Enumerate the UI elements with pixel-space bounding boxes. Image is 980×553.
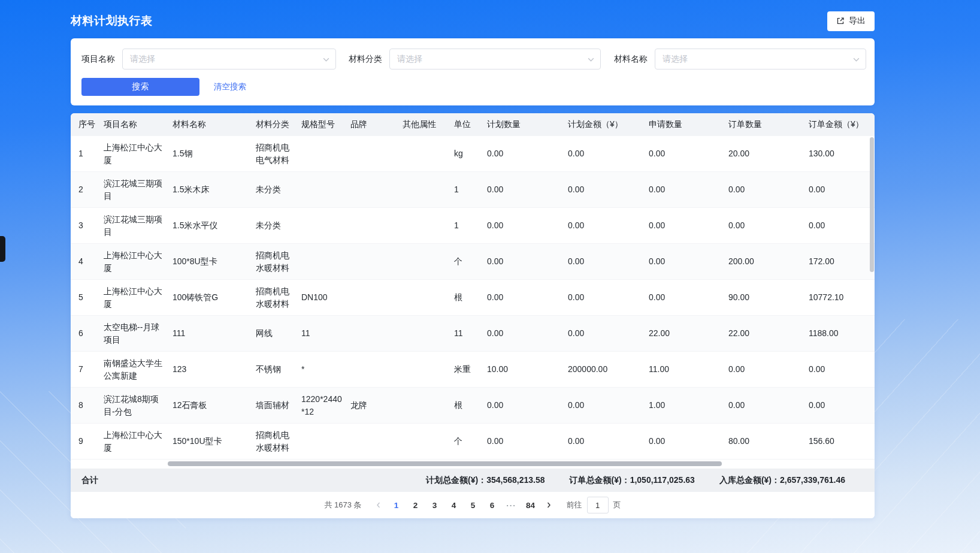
table-cell: 0.00 <box>568 435 649 448</box>
filter-card: 项目名称 请选择 材料分类 请选择 材料名称 <box>71 38 875 105</box>
table-cell: * <box>301 363 350 376</box>
search-button[interactable]: 搜索 <box>81 78 199 96</box>
table-cell: 上海松江中心大厦 <box>104 429 173 454</box>
table-row[interactable]: 9上海松江中心大厦150*10U型卡招商机电水暖材料个0.000.000.008… <box>71 424 875 460</box>
table-cell: 2 <box>78 183 104 196</box>
table-cell: 9 <box>78 435 104 448</box>
clear-search-link[interactable]: 清空搜索 <box>214 81 246 92</box>
table-cell: 11 <box>301 327 350 340</box>
material-category-select[interactable]: 请选择 <box>389 49 601 69</box>
table-cell: 156.60 <box>809 435 875 448</box>
table-cell: 招商机电水暖材料 <box>256 249 301 274</box>
table-cell: 根 <box>454 399 487 412</box>
page-button-3[interactable]: 3 <box>425 497 444 513</box>
page-button-1[interactable]: 1 <box>387 497 406 513</box>
table-cell: 0.00 <box>649 183 728 196</box>
pagination-pages: 123456···84 <box>387 497 540 513</box>
order-total-amount: 订单总金额(¥)：1,050,117,025.63 <box>570 475 695 486</box>
drawer-toggle[interactable] <box>0 236 5 262</box>
table-cell: 0.00 <box>728 363 809 376</box>
next-page-button[interactable] <box>540 497 557 513</box>
table-cell: 个 <box>454 255 487 268</box>
table-header-row: 序号项目名称材料名称材料分类规格型号品牌其他属性单位计划数量计划金额（¥）申请数… <box>71 113 875 136</box>
table-row[interactable]: 3滨江花城三期项目1.5米水平仪未分类10.000.000.000.000.00 <box>71 208 875 244</box>
table-row[interactable]: 4上海松江中心大厦100*8U型卡招商机电水暖材料个0.000.000.0020… <box>71 244 875 280</box>
inbound-total-amount: 入库总金额(¥)：2,657,339,761.46 <box>719 475 845 486</box>
page-button-6[interactable]: 6 <box>483 497 502 513</box>
table-cell: 20.00 <box>728 147 809 160</box>
horizontal-scrollbar-track <box>71 460 875 469</box>
table-card: 序号项目名称材料名称材料分类规格型号品牌其他属性单位计划数量计划金额（¥）申请数… <box>71 113 875 518</box>
column-header: 材料分类 <box>256 119 301 130</box>
prev-page-button[interactable] <box>370 497 387 513</box>
table-cell: 1 <box>454 183 487 196</box>
column-header: 其他属性 <box>403 119 454 130</box>
table-cell: 200.00 <box>728 255 809 268</box>
page-button-5[interactable]: 5 <box>464 497 483 513</box>
column-header: 订单金额（¥） <box>809 119 875 130</box>
select-placeholder: 请选择 <box>663 54 688 65</box>
table-cell: 0.00 <box>487 183 568 196</box>
table-cell: 1220*2440*12 <box>301 393 350 418</box>
table-body: 1上海松江中心大厦1.5钢招商机电电气材料kg0.000.000.0020.00… <box>71 136 875 460</box>
table-cell: 130.00 <box>809 147 875 160</box>
order-total-label: 订单总金额(¥)： <box>570 475 630 485</box>
table-cell: 1 <box>454 219 487 232</box>
table-row[interactable]: 7南钢盛达大学生公寓新建123不锈钢*米重10.00200000.0011.00… <box>71 352 875 388</box>
inbound-total-value: 2,657,339,761.46 <box>780 475 845 485</box>
table-cell: 200000.00 <box>568 363 649 376</box>
table-cell: 0.00 <box>649 219 728 232</box>
table-row[interactable]: 1上海松江中心大厦1.5钢招商机电电气材料kg0.000.000.0020.00… <box>71 136 875 172</box>
table-cell: 1.5钢 <box>173 147 256 160</box>
project-name-select[interactable]: 请选择 <box>122 49 336 69</box>
table-cell: 0.00 <box>487 435 568 448</box>
table-cell: 0.00 <box>728 399 809 412</box>
table-cell: 10.00 <box>487 363 568 376</box>
table-cell: 172.00 <box>809 255 875 268</box>
table-cell: 100*8U型卡 <box>173 255 256 268</box>
export-button[interactable]: 导出 <box>827 11 875 31</box>
table-cell: 招商机电水暖材料 <box>256 285 301 310</box>
table-cell: 未分类 <box>256 183 301 196</box>
planned-total-amount: 计划总金额(¥)：354,568,213.58 <box>426 475 545 486</box>
column-header: 材料名称 <box>173 119 256 130</box>
table-row[interactable]: 5上海松江中心大厦100铸铁管G招商机电水暖材料DN100根0.000.000.… <box>71 280 875 316</box>
table-cell: 0.00 <box>649 255 728 268</box>
table-cell: 0.00 <box>809 363 875 376</box>
chevron-down-icon <box>322 56 330 64</box>
table-cell: 不锈钢 <box>256 363 301 376</box>
table-cell: 12石膏板 <box>173 399 256 412</box>
table-cell: 0.00 <box>487 255 568 268</box>
table-cell: 11.00 <box>649 363 728 376</box>
table-cell: 150*10U型卡 <box>173 435 256 448</box>
material-name-select[interactable]: 请选择 <box>655 49 866 69</box>
table-row[interactable]: 8滨江花城8期项目-分包12石膏板墙面辅材1220*2440*12龙牌根0.00… <box>71 388 875 424</box>
table-cell: 0.00 <box>487 219 568 232</box>
table-cell: 1188.00 <box>809 327 875 340</box>
column-header: 项目名称 <box>104 119 173 130</box>
select-placeholder: 请选择 <box>130 54 155 65</box>
total-count: 共 1673 条 <box>324 500 361 510</box>
page-button-84[interactable]: 84 <box>521 497 540 513</box>
summary-total-label: 合计 <box>81 475 98 486</box>
table-row[interactable]: 2滨江花城三期项目1.5米木床未分类10.000.000.000.000.00 <box>71 172 875 208</box>
table-cell: 0.00 <box>487 147 568 160</box>
table-row[interactable]: 6太空电梯--月球项目111网线11110.000.0022.0022.0011… <box>71 316 875 352</box>
column-header: 序号 <box>78 119 104 130</box>
page-button-4[interactable]: 4 <box>444 497 464 513</box>
table-cell: 3 <box>78 219 104 232</box>
column-header: 计划数量 <box>487 119 568 130</box>
table-cell: 0.00 <box>487 399 568 412</box>
table-cell: 0.00 <box>568 183 649 196</box>
export-label: 导出 <box>849 16 866 26</box>
goto-suffix: 页 <box>613 500 621 510</box>
vertical-scrollbar[interactable] <box>870 137 874 272</box>
horizontal-scrollbar[interactable] <box>168 461 722 466</box>
page-button-2[interactable]: 2 <box>406 497 425 513</box>
select-placeholder: 请选择 <box>397 54 422 65</box>
goto-page-input[interactable] <box>587 497 609 513</box>
table-cell: 上海松江中心大厦 <box>104 141 173 167</box>
table-cell: 龙牌 <box>350 399 403 412</box>
column-header: 品牌 <box>350 119 403 130</box>
top-bar: 材料计划执行表 导出 <box>71 8 875 34</box>
